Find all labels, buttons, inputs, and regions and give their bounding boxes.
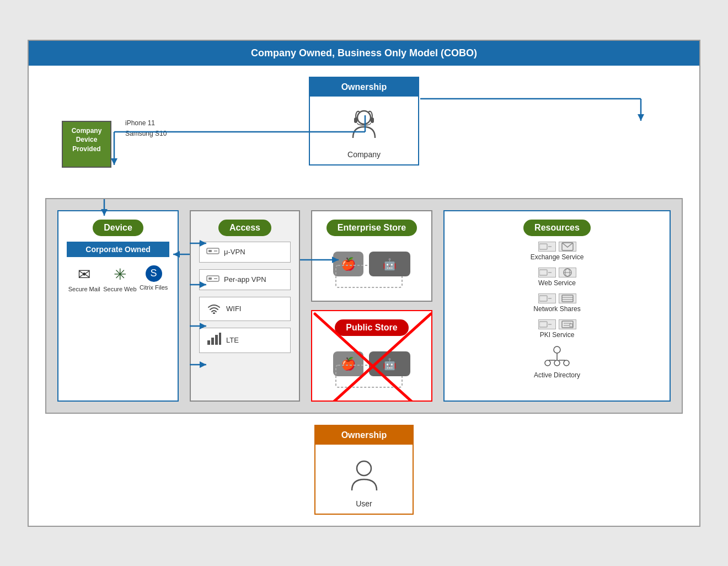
company-device-box: CompanyDeviceProvided bbox=[62, 121, 111, 168]
svg-rect-57 bbox=[562, 295, 573, 302]
mvpn-icon bbox=[206, 247, 220, 258]
svg-point-66 bbox=[554, 346, 560, 353]
pki-icon-2 bbox=[559, 319, 576, 329]
citrix-files-item: S Citrix Files bbox=[140, 265, 168, 292]
svg-rect-55 bbox=[539, 296, 547, 301]
pki-service-label: PKI Service bbox=[540, 331, 575, 339]
svg-text:🤖: 🤖 bbox=[383, 357, 397, 371]
network-shares-label: Network Shares bbox=[533, 305, 580, 313]
network-shares-item: Network Shares bbox=[453, 293, 661, 313]
ownership-user-box: Ownership User bbox=[314, 425, 414, 515]
network-icon-2 bbox=[559, 293, 576, 303]
secure-mail-label: Secure Mail bbox=[68, 286, 100, 292]
svg-point-69 bbox=[554, 360, 560, 366]
public-store-apps: 🍎 🤖 bbox=[328, 346, 416, 392]
mvpn-label: μ-VPN bbox=[224, 248, 245, 256]
exchange-icon-2 bbox=[559, 242, 576, 252]
active-directory-item: Active Directory bbox=[453, 345, 661, 379]
title-text: Company Owned, Business Only Model (COBO… bbox=[251, 47, 477, 58]
svg-point-73 bbox=[357, 461, 371, 476]
per-app-vpn-icon bbox=[206, 274, 220, 285]
ownership-user-header: Ownership bbox=[315, 426, 413, 445]
public-store-header-container: Public Store bbox=[320, 319, 423, 341]
company-person-icon bbox=[315, 102, 413, 150]
web-service-label: Web Service bbox=[538, 279, 576, 287]
web-icon-2 bbox=[559, 268, 576, 277]
active-directory-label: Active Directory bbox=[534, 371, 580, 379]
ownership-company-box: Ownership Company bbox=[309, 77, 419, 165]
secure-web-item: ✳ Secure Web bbox=[103, 265, 136, 292]
resources-header: Resources bbox=[523, 220, 591, 236]
wifi-item: WIFI bbox=[199, 297, 291, 321]
device-models: iPhone 11Samsung S10 bbox=[125, 118, 167, 139]
exchange-service-icons bbox=[538, 242, 576, 252]
pki-service-item: PKI Service bbox=[453, 319, 661, 339]
enterprise-store-header: Enterprise Store bbox=[326, 220, 417, 236]
wifi-label: WIFI bbox=[226, 305, 241, 313]
svg-rect-65 bbox=[570, 324, 572, 327]
device-header: Device bbox=[93, 220, 143, 236]
user-person-icon bbox=[321, 450, 407, 499]
svg-point-0 bbox=[357, 111, 371, 124]
secure-web-label: Secure Web bbox=[103, 286, 136, 292]
device-icons-row: ✉ Secure Mail ✳ Secure Web S Citrix File… bbox=[67, 265, 169, 292]
svg-rect-34 bbox=[219, 333, 221, 345]
enterprise-store-header-container: Enterprise Store bbox=[320, 220, 423, 242]
lte-item: LTE bbox=[199, 328, 291, 353]
resources-header-container: Resources bbox=[453, 220, 661, 242]
svg-point-67 bbox=[545, 360, 550, 366]
diagram-wrapper: Company Owned, Business Only Model (COBO… bbox=[28, 40, 700, 527]
public-store-header: Public Store bbox=[335, 319, 408, 336]
per-app-vpn-item: Per-app VPN bbox=[199, 269, 291, 290]
svg-rect-50 bbox=[539, 270, 547, 275]
svg-rect-28 bbox=[208, 277, 212, 280]
svg-rect-32 bbox=[211, 338, 214, 345]
svg-rect-1 bbox=[354, 118, 357, 123]
svg-rect-47 bbox=[539, 244, 547, 249]
svg-rect-31 bbox=[207, 340, 210, 345]
svg-rect-33 bbox=[215, 335, 218, 345]
svg-text:🍎: 🍎 bbox=[341, 257, 356, 271]
title-bar: Company Owned, Business Only Model (COBO… bbox=[29, 41, 699, 66]
stores-section: Enterprise Store 🍎 🤖 bbox=[311, 210, 432, 402]
svg-text:🤖: 🤖 bbox=[383, 258, 397, 271]
network-shares-icons bbox=[538, 293, 576, 303]
exchange-service-item: Exchange Service bbox=[453, 242, 661, 261]
mvpn-item: μ-VPN bbox=[199, 242, 291, 263]
access-header: Access bbox=[218, 220, 271, 236]
exchange-icon-1 bbox=[538, 242, 556, 252]
exchange-service-label: Exchange Service bbox=[531, 253, 584, 261]
corporate-owned-badge: Corporate Owned bbox=[67, 242, 169, 257]
svg-rect-60 bbox=[539, 322, 547, 327]
enterprise-store-apps: 🍎 🤖 bbox=[328, 246, 416, 292]
active-directory-icon bbox=[543, 345, 571, 370]
secure-mail-item: ✉ Secure Mail bbox=[68, 265, 100, 292]
citrix-files-icon: S bbox=[146, 265, 162, 282]
svg-rect-25 bbox=[208, 250, 212, 252]
device-section: Device Corporate Owned ✉ Secure Mail ✳ S… bbox=[57, 210, 179, 402]
bottom-section: Ownership User bbox=[45, 425, 683, 515]
top-section: CompanyDeviceProvided iPhone 11Samsung S… bbox=[45, 77, 683, 193]
network-icon-1 bbox=[538, 293, 556, 303]
company-label: Company bbox=[315, 150, 413, 159]
access-header-container: Access bbox=[199, 220, 291, 242]
web-icon-1 bbox=[538, 268, 556, 277]
per-app-vpn-label: Per-app VPN bbox=[224, 275, 266, 284]
svg-rect-2 bbox=[371, 118, 374, 123]
lte-label: LTE bbox=[226, 336, 239, 344]
resources-section: Resources bbox=[443, 210, 671, 402]
svg-point-30 bbox=[213, 312, 215, 314]
wifi-icon bbox=[206, 302, 222, 316]
web-service-item: Web Service bbox=[453, 268, 661, 287]
user-label: User bbox=[321, 499, 407, 508]
public-store-box: Public Store 🍎 🤖 bbox=[311, 310, 432, 402]
pki-service-icons bbox=[538, 319, 576, 329]
main-area: Device Corporate Owned ✉ Secure Mail ✳ S… bbox=[45, 198, 683, 414]
device-header-container: Device bbox=[67, 220, 169, 242]
access-section: Access μ-VPN bbox=[190, 210, 300, 402]
secure-web-icon: ✳ bbox=[103, 265, 136, 284]
svg-point-68 bbox=[564, 360, 569, 366]
pki-icon-1 bbox=[538, 319, 556, 329]
web-service-icons bbox=[538, 268, 576, 277]
enterprise-store-box: Enterprise Store 🍎 🤖 bbox=[311, 210, 432, 302]
